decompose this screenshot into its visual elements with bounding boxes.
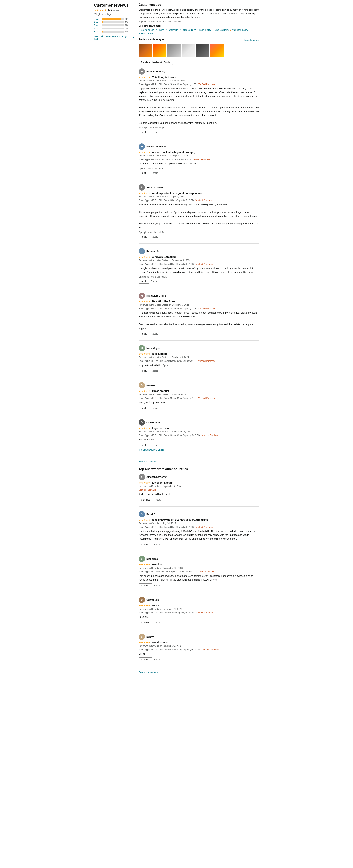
report-link[interactable]: Report xyxy=(151,444,158,446)
review-body: The service from this seller on Amazon w… xyxy=(139,203,259,229)
topic-tag[interactable]: ✓Functionality xyxy=(139,32,153,35)
topic-tag[interactable]: ✓Battery life xyxy=(165,29,178,31)
bar-track xyxy=(102,28,124,29)
reviewer-row: A Armin A. Wolff xyxy=(139,184,259,190)
review-style: Style: Apple M2 Pro Chip Color: Space Gr… xyxy=(139,307,259,310)
reviewer-name[interactable]: Michael McNulty xyxy=(146,70,165,73)
helpful-button[interactable]: Helpful xyxy=(139,406,150,410)
review-style: Style: Apple M2 Pro Chip Color: Space Gr… xyxy=(139,83,259,86)
helpful-button[interactable]: Helpful xyxy=(139,279,150,284)
check-icon: ✓ xyxy=(165,29,167,31)
review-item: O OVERLAND ★★★★★ llego perfecto Reviewed… xyxy=(139,419,259,456)
review-style: Style: Apple M2 Pro Chip Color: Space Gr… xyxy=(139,360,259,362)
helpful-button[interactable]: undefined xyxy=(139,583,152,588)
report-link[interactable]: Report xyxy=(154,584,161,587)
review-style: Style: Apple M2 Pro Chip Color: Silver C… xyxy=(139,526,259,528)
reviewer-name[interactable]: Mark Wages xyxy=(146,347,160,349)
helpful-button[interactable]: undefined xyxy=(139,498,152,502)
helpful-button[interactable]: undefined xyxy=(139,542,152,547)
helpful-row: Helpful Report xyxy=(139,406,259,410)
report-link[interactable]: Report xyxy=(154,621,161,624)
helpful-button[interactable]: Helpful xyxy=(139,443,150,447)
topic-tag[interactable]: ✓Display quality xyxy=(212,29,229,31)
star-bar-row[interactable]: 1 star 3% xyxy=(94,30,134,33)
review-image-thumb[interactable] xyxy=(139,44,152,57)
review-title: Excellent xyxy=(152,563,163,566)
review-item: K Kayleigh D. ★★★★★ A reliable computer … xyxy=(139,248,259,288)
report-link[interactable]: Report xyxy=(154,658,161,661)
review-stars: ★★★★★ xyxy=(139,563,151,566)
see-more-reviews-link[interactable]: See more reviews › xyxy=(139,460,259,463)
review-style: Style: Apple M2 Pro Chip Color: Space Gr… xyxy=(139,434,259,437)
reviewer-name[interactable]: David Z. xyxy=(146,513,156,516)
helpful-button[interactable]: Helpful xyxy=(139,235,150,239)
review-date: Reviewed in the United States on Novembe… xyxy=(139,430,259,433)
chevron-down-icon: ▾ xyxy=(133,36,134,39)
helpful-button[interactable]: Helpful xyxy=(139,130,150,134)
helpful-button[interactable]: Helpful xyxy=(139,369,150,373)
reviews-list: M Michael McNulty ★★★★★ This thing is in… xyxy=(139,68,259,456)
topic-tag[interactable]: ✓Sound quality xyxy=(139,29,154,31)
rating-out-of: out of 5 xyxy=(114,9,121,12)
review-image-thumb[interactable] xyxy=(167,44,181,57)
star-bar-row[interactable]: 2 star 2% xyxy=(94,27,134,30)
helpful-button[interactable]: Helpful xyxy=(139,332,150,336)
how-customer-reviews-work[interactable]: How customer reviews and ratings work ▾ xyxy=(94,35,134,40)
translate-all-btn[interactable]: Translate all reviews to English xyxy=(139,60,173,65)
tag-label: Build quality xyxy=(199,29,211,31)
reviewer-name[interactable]: OVERLAND xyxy=(146,421,160,424)
reviewer-name[interactable]: Mrs.Sylvia Lopez xyxy=(146,294,166,297)
reviewer-name[interactable]: Kayleigh D. xyxy=(146,250,159,252)
report-link[interactable]: Report xyxy=(151,172,158,174)
rating-number: 4.7 xyxy=(108,8,113,12)
tag-label: Value for money xyxy=(232,29,248,31)
review-body: Very satisfied with this Apple ! xyxy=(139,363,259,367)
global-ratings: 409 global ratings xyxy=(94,13,134,16)
review-stars: ★★★★★ xyxy=(139,255,151,258)
topic-tag[interactable]: ✓Screen quality xyxy=(179,29,196,31)
topic-tag[interactable]: ⊘Value for money xyxy=(230,29,248,31)
star-bar-row[interactable]: 4 star 7% xyxy=(94,21,134,24)
report-link[interactable]: Report xyxy=(151,370,158,372)
reviewer-name[interactable]: CalCanuck xyxy=(146,598,159,601)
review-style: Style: Apple M2 Pro Chip Color: Space Gr… xyxy=(139,648,259,651)
avatar: D xyxy=(139,511,145,517)
review-stars: ★★★★★ xyxy=(139,352,151,355)
review-stars: ★★★★☆ xyxy=(139,519,151,521)
star-bar-row[interactable]: 5 star 86% xyxy=(94,18,134,21)
review-body: Great. xyxy=(139,652,259,656)
report-link[interactable]: Report xyxy=(151,280,158,283)
verified-badge: Verified Purchase xyxy=(198,307,216,310)
report-link[interactable]: Report xyxy=(151,131,158,133)
report-link[interactable]: Report xyxy=(154,543,161,546)
reviewer-name[interactable]: Smithicus xyxy=(146,558,158,560)
topic-tag[interactable]: ✓Speed xyxy=(156,29,164,31)
helpful-button[interactable]: undefined xyxy=(139,657,152,662)
star-bar-row[interactable]: 3 star 2% xyxy=(94,24,134,27)
review-image-thumb[interactable] xyxy=(153,44,166,57)
reviewer-row: S Smithicus xyxy=(139,556,259,562)
report-link[interactable]: Report xyxy=(151,333,158,335)
translate-review-link[interactable]: Translate review to English xyxy=(139,448,259,451)
report-link[interactable]: Report xyxy=(154,499,161,501)
review-image-thumb[interactable] xyxy=(210,44,224,57)
see-more-other-reviews-link[interactable]: See more reviews › xyxy=(139,671,259,674)
review-body: Excellent! xyxy=(139,615,259,619)
helpful-button[interactable]: Helpful xyxy=(139,171,150,175)
reviewer-name[interactable]: Amazon Reviewer xyxy=(146,475,167,478)
reviewer-name[interactable]: Barbara xyxy=(146,384,155,387)
helpful-button[interactable]: undefined xyxy=(139,620,152,625)
reviewer-name[interactable]: Sunny xyxy=(146,636,154,638)
check-icon: ✓ xyxy=(212,29,214,31)
helpful-row: Helpful Report xyxy=(139,369,259,373)
review-image-thumb[interactable] xyxy=(196,44,209,57)
review-image-thumb[interactable] xyxy=(182,44,195,57)
report-link[interactable]: Report xyxy=(151,236,158,238)
review-title-row: ★★★★★ A reliable computer xyxy=(139,255,259,258)
reviewer-name[interactable]: Walter Thompson xyxy=(146,145,166,148)
helpful-row: Helpful Report xyxy=(139,279,259,284)
reviewer-name[interactable]: Armin A. Wolff xyxy=(146,186,163,189)
report-link[interactable]: Report xyxy=(151,407,158,409)
see-all-photos-link[interactable]: See all photos › xyxy=(244,39,259,41)
topic-tag[interactable]: ✓Build quality xyxy=(197,29,211,31)
